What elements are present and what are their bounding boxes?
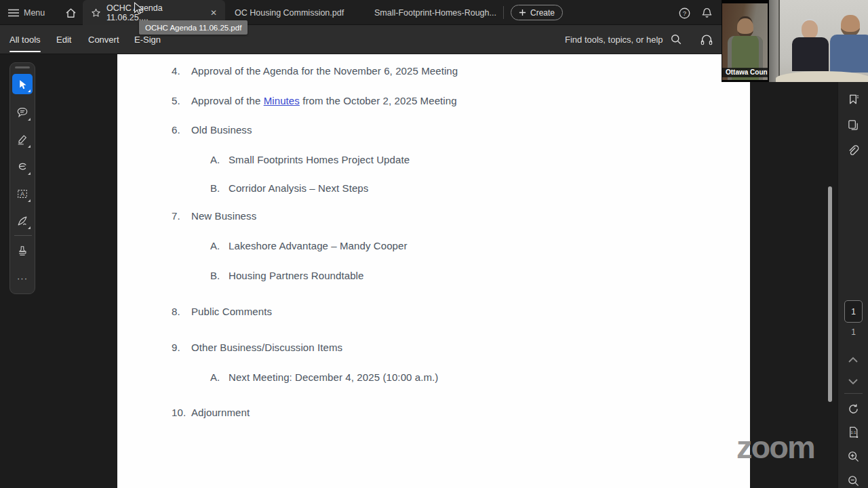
- item-text: Next Meeting: December 4, 2025 (10:00 a.…: [229, 371, 438, 383]
- item-number: B.: [210, 182, 220, 194]
- tab-label: OC Housing Commission.pdf: [235, 8, 344, 18]
- agenda-item-6: 6.Old Business: [117, 124, 750, 138]
- menu-label: Menu: [24, 8, 45, 18]
- chevron-down-icon: [848, 378, 859, 385]
- next-page-button[interactable]: [846, 374, 861, 389]
- ellipsis-icon: ···: [17, 273, 28, 283]
- fill-sign-pen-icon: [16, 215, 28, 227]
- stamp-tool-button[interactable]: [12, 241, 33, 261]
- tab-edit[interactable]: Edit: [56, 25, 71, 54]
- plus-icon: [519, 9, 526, 16]
- tab-label: Small-Footprint-Homes-Rough...: [374, 8, 496, 18]
- menu-button[interactable]: Menu: [8, 5, 45, 21]
- video-feed-room: [769, 0, 868, 82]
- zoom-out-button[interactable]: [846, 473, 861, 488]
- pdf-page: 4.Approval of the Agenda for the Novembe…: [117, 54, 750, 488]
- quick-tools-panel: A ···: [9, 62, 35, 294]
- item-number: 5.: [172, 95, 180, 106]
- convert-label: Convert: [88, 35, 119, 45]
- notifications-button[interactable]: [699, 5, 714, 20]
- document-viewer: 4.Approval of the Agenda for the Novembe…: [0, 54, 868, 488]
- pages-icon: [847, 119, 860, 131]
- stamp-icon: [16, 245, 28, 257]
- draw-tool-button[interactable]: [12, 157, 33, 177]
- headphones-icon[interactable]: [700, 33, 713, 46]
- star-icon: [91, 7, 101, 18]
- participant-head: [737, 18, 753, 37]
- vertical-scrollbar-thumb[interactable]: [828, 186, 832, 402]
- tab-close-icon[interactable]: ✕: [210, 8, 217, 18]
- item-number: 8.: [172, 306, 180, 317]
- item-number: 10.: [172, 407, 186, 418]
- window-frame: [769, 0, 780, 82]
- zoom-in-icon: [847, 450, 860, 463]
- zoom-in-button[interactable]: [846, 449, 861, 464]
- hamburger-icon: [8, 9, 19, 17]
- help-button[interactable]: ?: [677, 5, 692, 20]
- page-thumbnails-button[interactable]: [846, 117, 861, 132]
- item-number: 4.: [172, 65, 180, 77]
- right-rail: 1 1: [837, 54, 868, 488]
- zoom-watermark: zoom: [736, 428, 814, 466]
- create-button[interactable]: Create: [511, 5, 563, 20]
- zoom-video-overlay: Ottawa County: [722, 0, 868, 82]
- page-thumbnail-1[interactable]: 1: [844, 300, 863, 323]
- create-label: Create: [530, 8, 555, 18]
- select-text-tool-button[interactable]: A: [12, 184, 33, 204]
- agenda-item-9: 9.Other Business/Discussion Items: [117, 342, 750, 355]
- highlight-tool-button[interactable]: [12, 129, 33, 150]
- tooltip-text: OCHC Agenda 11.06.25.pdf: [145, 24, 241, 32]
- select-arrow-icon: [17, 79, 28, 90]
- all-tools-label: All tools: [9, 35, 41, 45]
- item-number: 6.: [172, 124, 180, 136]
- agenda-item-7a: A.Lakeshore Advantage – Mandy Cooper: [117, 240, 750, 253]
- bell-icon: [701, 7, 713, 20]
- fill-sign-tool-button[interactable]: [12, 211, 33, 231]
- refresh-icon: [847, 403, 860, 415]
- item-number: A.: [210, 371, 220, 383]
- more-tools-button[interactable]: ···: [12, 268, 33, 288]
- item-text: Approval of the Agenda for the November …: [191, 65, 458, 77]
- svg-text:A: A: [20, 190, 24, 197]
- rail-divider: [844, 393, 863, 394]
- panel-drag-handle[interactable]: [15, 66, 30, 68]
- tab-convert[interactable]: Convert: [88, 25, 119, 54]
- minutes-link[interactable]: Minutes: [264, 95, 300, 106]
- participant-head: [802, 20, 818, 39]
- agenda-item-10: 10.Adjournment: [117, 407, 750, 420]
- item-number: A.: [210, 154, 220, 165]
- draw-squiggle-icon: [16, 161, 28, 173]
- refresh-button[interactable]: [846, 401, 861, 416]
- participant-body: [792, 37, 829, 71]
- tab-divider: [503, 6, 504, 19]
- tab-all-tools[interactable]: All tools: [9, 25, 41, 54]
- item-number: 7.: [172, 210, 180, 222]
- agenda-item-4: 4.Approval of the Agenda for the Novembe…: [117, 65, 750, 79]
- comment-icon: [16, 106, 28, 119]
- svg-text:?: ?: [682, 9, 686, 17]
- acrobat-window: Menu OCHC Agenda 11.06.25.... ✕ OC Housi…: [0, 0, 868, 488]
- bookmarks-button[interactable]: [846, 92, 861, 106]
- item-text: Lakeshore Advantage – Mandy Cooper: [229, 240, 408, 251]
- find-tools-search[interactable]: Find tools, topics, or help: [565, 25, 713, 54]
- previous-page-button[interactable]: [846, 352, 861, 367]
- agenda-item-9a: A.Next Meeting: December 4, 2025 (10:00 …: [117, 371, 750, 385]
- add-comment-tool-button[interactable]: [12, 102, 33, 123]
- actual-size-icon: 1:1: [847, 426, 860, 439]
- esign-label: E-Sign: [134, 35, 161, 45]
- help-icon: ?: [678, 7, 691, 20]
- item-number: B.: [210, 270, 220, 281]
- home-icon: [64, 7, 77, 20]
- home-button[interactable]: [63, 5, 78, 20]
- select-tool-button[interactable]: [12, 74, 33, 94]
- chevron-up-icon: [848, 357, 859, 363]
- item-text: Other Business/Discussion Items: [191, 342, 342, 353]
- actual-size-button[interactable]: 1:1: [846, 424, 861, 439]
- conference-table: [776, 71, 868, 82]
- item-text: Adjournment: [191, 407, 250, 418]
- tab-small-footprint-homes[interactable]: Small-Footprint-Homes-Rough...: [366, 0, 505, 25]
- attachments-button[interactable]: [846, 143, 861, 158]
- agenda-item-7: 7.New Business: [117, 210, 750, 224]
- page-thumbnail-number: 1: [851, 307, 856, 317]
- bookmark-icon: [847, 93, 860, 106]
